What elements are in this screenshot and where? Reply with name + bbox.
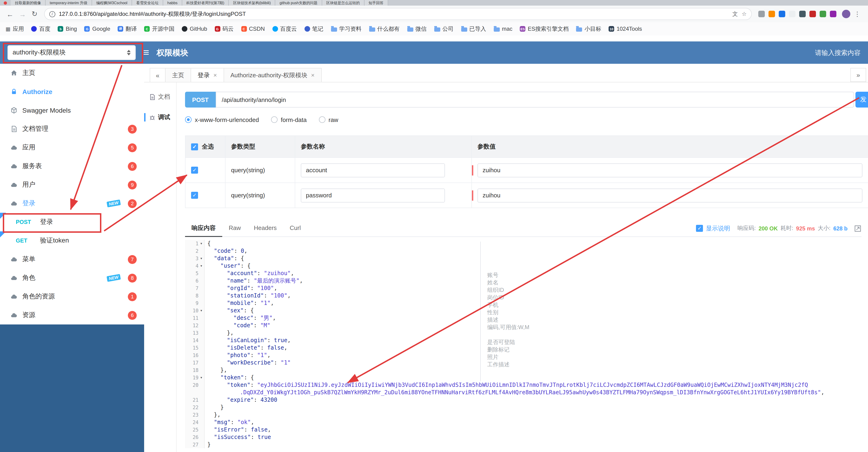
browser-tab[interactable]: 编程狮|W3Cschool [92,0,132,6]
select-all-checkbox[interactable]: ✓ [191,143,198,150]
sidebar-item-Authorize[interactable]: Authorize [0,82,144,101]
more-tabs-icon[interactable]: » [850,68,866,82]
close-icon[interactable]: × [213,72,217,79]
bookmark-item[interactable]: bBing [58,26,77,32]
forward-icon[interactable]: → [19,10,26,18]
extension-icon-8[interactable] [830,11,836,17]
bookmark-item[interactable]: 公司 [434,25,454,33]
bookmark-item[interactable]: CCSDN [241,26,265,32]
doc-tab-Authorize-authority-权限模块[interactable]: Authorize-authority-权限模块× [224,68,321,82]
bookmark-item[interactable]: 101024Tools [609,26,642,32]
body-type-radio-form-data[interactable]: form-data [271,116,307,123]
browser-tab[interactable]: 区块链是怎么运转的 [322,0,364,6]
sidebar-item-主页[interactable]: 主页 [0,64,144,82]
fold-caret-icon[interactable]: ▾ [198,374,204,381]
response-tab-Headers[interactable]: Headers [247,220,283,237]
translate-icon[interactable]: 文 [732,10,738,18]
bookmark-item[interactable]: 已导入 [461,25,486,33]
browser-tab[interactable]: 区块链技术架构(bilibili) [229,0,276,6]
bookmark-item[interactable]: 小目标 [576,25,601,33]
extension-icon-3[interactable] [779,11,785,17]
sidebar-item-用户[interactable]: 用户9 [0,175,144,194]
bookmark-item[interactable]: 百度云 [272,25,297,33]
browser-tab[interactable]: habbs [163,0,182,6]
bookmark-item[interactable]: ESES搜索引擎文档 [520,25,568,33]
browser-tab[interactable]: 拉取最新的镜像 [11,0,45,6]
sidebar-item-角色的资源[interactable]: 角色的资源1 [0,287,144,306]
param-value-input[interactable] [477,188,862,202]
browser-tab[interactable]: temporary-interim 升级 [45,0,92,6]
rail-item-文档[interactable]: 文档 [144,93,176,101]
body-type-radio-x-www-form-urlencoded[interactable]: x-www-form-urlencoded [185,116,259,123]
back-icon[interactable]: ← [6,10,13,18]
send-button[interactable]: 发 [856,92,868,108]
sidebar-item-文档管理[interactable]: 文档管理3 [0,120,144,138]
api-url-input[interactable] [216,92,854,108]
bookmark-item[interactable]: 微信 [407,25,427,33]
line-number: 9 [185,299,205,307]
fold-caret-icon[interactable]: ▾ [198,240,204,247]
fold-caret-icon[interactable]: ▾ [198,262,204,270]
bookmark-item[interactable]: GitHub [182,26,207,32]
bookmark-item[interactable]: 百度 [31,25,51,33]
show-desc-checkbox[interactable]: ✓ [696,225,703,232]
browser-tab[interactable]: 看雪安全论坛 [132,0,163,6]
sidebar-item-菜单[interactable]: 菜单7 [0,250,144,269]
collapse-tabs-icon[interactable]: « [150,68,165,82]
response-tab-Raw[interactable]: Raw [222,220,247,237]
info-icon[interactable]: i [49,11,55,17]
response-tab-Curl[interactable]: Curl [283,220,307,237]
param-value-input[interactable] [477,163,862,177]
bookmark-item[interactable]: 笔记 [304,25,323,33]
doc-tab-登录[interactable]: 登录× [191,68,224,82]
extension-icon-7[interactable] [820,11,826,17]
bookmark-item[interactable]: G码云 [215,25,234,33]
fold-caret-icon[interactable]: ▾ [198,255,204,262]
sidebar-item-角色[interactable]: 角色NEW8 [0,269,144,287]
profile-avatar[interactable] [842,10,850,18]
header-search-input[interactable] [796,49,861,56]
close-icon[interactable]: × [311,72,314,79]
browser-tab[interactable]: 科技爱好者周刊(第7期) [182,0,229,6]
folder-icon [576,27,582,32]
bookmark-item[interactable]: 什么都有 [369,25,400,33]
sidebar-api-post-登录[interactable]: POST登录 [0,213,144,231]
rail-item-调试[interactable]: 调试 [144,113,176,121]
extension-icon-5[interactable] [799,11,806,17]
sidebar-api-get-验证token[interactable]: GET验证token [0,231,144,250]
sidebar-item-服务表[interactable]: 服务表6 [0,157,144,175]
reload-icon[interactable]: ↻ [32,10,37,18]
bookmark-star-icon[interactable]: ☆ [742,11,747,17]
fullscreen-icon[interactable] [854,225,862,232]
code-lines: 1▾{2"code": 0,3▾"data": {4▾"user": {5"ac… [185,240,868,448]
menu-kebab-icon[interactable]: ⋮ [854,10,861,18]
browser-tab[interactable]: 知乎回答 [364,0,388,6]
sidebar-item-Swagger Models[interactable]: Swagger Models [0,101,144,120]
checkbox-icon[interactable]: ✓ [191,192,198,199]
param-name-input[interactable] [301,163,445,177]
param-name-input[interactable] [301,188,445,202]
bookmark-item[interactable]: C开源中国 [144,25,174,33]
checkbox-icon[interactable]: ✓ [191,167,198,174]
extension-icon-1[interactable] [758,11,765,17]
bookmark-item[interactable]: 译翻译 [118,25,137,33]
code-line: .DqDXZd_Y0iWkgYJt1OGh_puSkB7QZlWmYkH9RZY… [185,389,868,396]
sidebar-item-资源[interactable]: 资源6 [0,306,144,324]
module-select[interactable]: authority-权限模块 [7,45,136,60]
extension-icon-6[interactable] [809,11,816,17]
extension-icon-2[interactable] [769,11,775,17]
sidebar-item-登录[interactable]: 登录NEW2 [0,194,144,213]
bookmark-item[interactable]: mac [494,26,512,32]
extension-icon-4[interactable] [789,11,796,17]
hamburger-icon[interactable]: ≡ [143,48,149,58]
bookmark-item[interactable]: 学习资料 [331,25,362,33]
bookmark-item[interactable]: ▦应用 [6,25,24,33]
sidebar-item-应用[interactable]: 应用5 [0,138,144,157]
bookmark-item[interactable]: GGoogle [84,26,110,32]
doc-tab-主页[interactable]: 主页 [165,68,191,82]
body-type-radio-raw[interactable]: raw [319,116,338,123]
browser-tab[interactable]: github push失败的问题 [276,0,322,6]
address-bar[interactable]: i 127.0.0.1:8760/api/gate/doc.html#/auth… [44,8,752,20]
response-tab-响应内容[interactable]: 响应内容 [185,220,222,237]
fold-caret-icon[interactable]: ▾ [198,307,204,314]
